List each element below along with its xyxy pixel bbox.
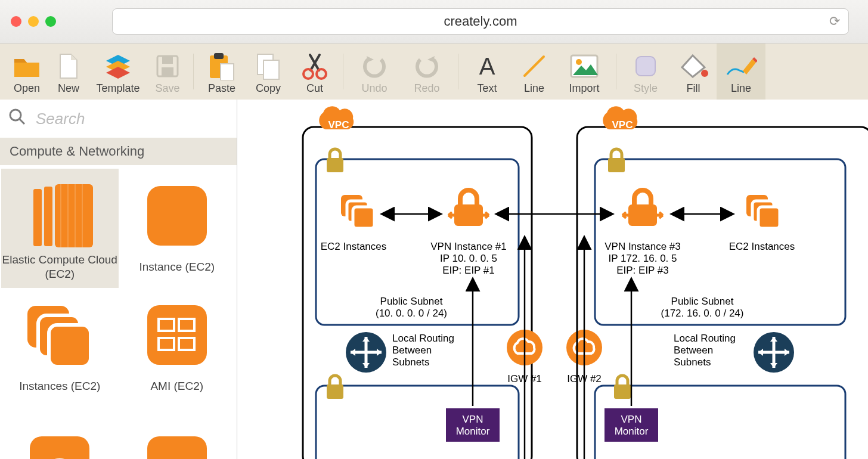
template-icon: [104, 50, 132, 82]
address-bar[interactable]: creately.com ⟳: [112, 8, 849, 35]
vpn-eip: EIP: EIP #1: [442, 265, 495, 276]
fill-button[interactable]: Fill: [670, 44, 717, 100]
vpn-ip: IP 10. 0. 0. 5: [440, 253, 497, 264]
save-icon: [156, 50, 179, 82]
close-window-icon[interactable]: [11, 16, 21, 27]
svg-text:VPN: VPN: [463, 414, 483, 425]
new-file-icon: [58, 50, 79, 82]
search-input[interactable]: [36, 110, 230, 128]
svg-text:IP 172. 16. 0. 5: IP 172. 16. 0. 5: [609, 253, 677, 264]
svg-text:Local Routing: Local Routing: [674, 333, 736, 344]
ec2-instances-icon[interactable]: [341, 195, 374, 228]
vpn-name: VPN Instance #1: [430, 241, 507, 252]
shape-grid[interactable]: Elastic Compute Cloud (EC2) Instance (EC…: [0, 165, 237, 459]
browser-chrome: creately.com ⟳: [0, 0, 868, 44]
style-icon: [633, 50, 659, 82]
shape-instances[interactable]: Instances (EC2): [1, 288, 119, 407]
svg-rect-35: [147, 436, 207, 459]
redo-button[interactable]: Redo: [401, 44, 453, 100]
svg-rect-29: [147, 305, 207, 365]
diagram-canvas[interactable]: VPC EC2 Instances VPN Instance #1 IP 10.…: [237, 100, 868, 459]
paste-icon: [209, 50, 235, 82]
svg-rect-18: [33, 189, 42, 246]
vpn-instance-icon[interactable]: [622, 190, 663, 226]
vpc-label: VPC: [328, 119, 349, 131]
svg-rect-1: [162, 57, 173, 64]
ec2-service-icon: [25, 180, 94, 252]
svg-text:Between: Between: [674, 345, 713, 356]
folder-icon: [13, 50, 41, 82]
svg-text:VPN: VPN: [621, 414, 642, 425]
svg-text:A: A: [479, 53, 495, 79]
svg-text:Local Routing: Local Routing: [392, 333, 454, 344]
svg-point-16: [10, 110, 21, 120]
cut-button[interactable]: Cut: [292, 44, 338, 100]
cut-icon: [301, 50, 328, 82]
save-button[interactable]: Save: [147, 44, 188, 100]
line-icon: [521, 50, 547, 82]
shape-item[interactable]: [1, 407, 119, 459]
toolbar-divider: [616, 54, 616, 89]
reload-icon[interactable]: ⟳: [829, 14, 840, 29]
shape-sidebar: Compute & Networking: [0, 100, 237, 459]
fill-icon: [678, 50, 708, 82]
svg-rect-2: [162, 67, 173, 76]
text-icon: A: [474, 50, 500, 82]
traffic-lights: [11, 16, 56, 27]
router-icon[interactable]: [346, 332, 386, 373]
svg-text:Public Subnet: Public Subnet: [671, 296, 734, 307]
svg-rect-5: [221, 64, 234, 80]
svg-rect-14: [636, 57, 655, 76]
shape-elastic-compute-cloud[interactable]: Elastic Compute Cloud (EC2): [1, 169, 119, 288]
svg-text:Subnets: Subnets: [674, 356, 711, 368]
svg-text:Between: Between: [392, 345, 432, 356]
svg-line-17: [20, 119, 24, 124]
shape-item[interactable]: [119, 407, 236, 459]
shape-instance[interactable]: Instance (EC2): [119, 169, 236, 288]
import-button[interactable]: Import: [557, 44, 611, 100]
copy-button[interactable]: Copy: [245, 44, 292, 100]
router-icon[interactable]: [754, 332, 794, 373]
text-button[interactable]: A Text: [463, 44, 511, 100]
svg-rect-19: [44, 187, 52, 246]
svg-text:Subnets: Subnets: [392, 356, 429, 368]
instances-icon: [24, 299, 95, 371]
svg-rect-4: [214, 53, 224, 59]
line-style-button[interactable]: Line: [717, 44, 765, 100]
instance-icon: [144, 180, 210, 252]
address-url: creately.com: [444, 14, 517, 29]
line-tool-button[interactable]: Line: [511, 44, 557, 100]
paste-button[interactable]: Paste: [199, 44, 245, 100]
shape-ami[interactable]: AMI (EC2): [119, 288, 236, 407]
svg-line-11: [525, 57, 544, 76]
svg-text:VPN Instance #3: VPN Instance #3: [604, 241, 681, 252]
svg-rect-7: [264, 60, 279, 79]
toolbar-divider: [193, 54, 194, 89]
svg-rect-25: [147, 186, 207, 246]
toolbar: Open New Template Save Paste Copy: [0, 44, 868, 100]
search-icon[interactable]: [8, 108, 26, 130]
ec2-label: EC2 Instances: [321, 241, 387, 252]
undo-button[interactable]: Undo: [348, 44, 401, 100]
minimize-window-icon[interactable]: [28, 16, 39, 27]
pencil-line-icon: [725, 50, 757, 82]
new-button[interactable]: New: [48, 44, 89, 100]
ec2-instances-icon[interactable]: [746, 195, 780, 228]
generic-aws-icon: [144, 418, 210, 459]
vpn-instance-icon[interactable]: [448, 190, 489, 226]
svg-rect-34: [30, 436, 89, 459]
svg-text:Monitor: Monitor: [615, 426, 649, 437]
ami-icon: [144, 299, 210, 371]
style-button[interactable]: Style: [621, 44, 670, 100]
template-button[interactable]: Template: [89, 44, 147, 100]
maximize-window-icon[interactable]: [45, 16, 56, 27]
svg-point-9: [317, 69, 326, 79]
subnet-cidr: (10. 0. 0. 0 / 24): [376, 308, 447, 319]
redo-icon: [413, 50, 441, 82]
svg-point-15: [701, 70, 708, 77]
svg-text:EIP: EIP #3: EIP: EIP #3: [616, 265, 669, 276]
open-button[interactable]: Open: [6, 44, 48, 100]
category-header[interactable]: Compute & Networking: [0, 138, 237, 165]
svg-rect-28: [49, 325, 91, 367]
svg-point-13: [576, 59, 582, 65]
